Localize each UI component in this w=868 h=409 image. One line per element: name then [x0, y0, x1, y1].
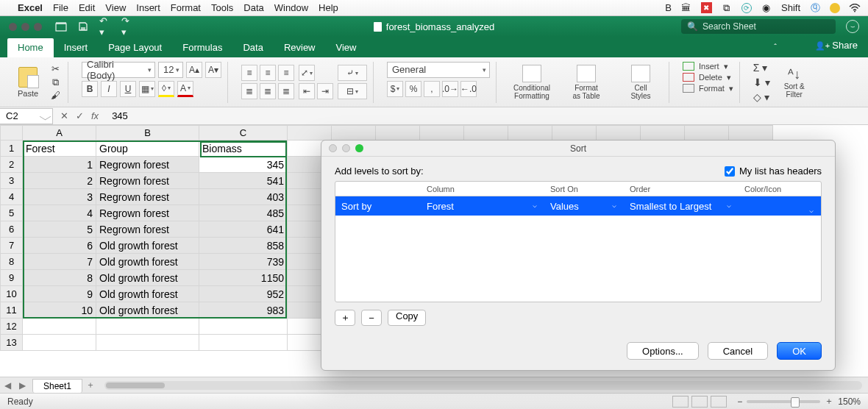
font-color-button[interactable]: A	[177, 81, 193, 97]
menu-format[interactable]: Format	[171, 2, 201, 13]
cell[interactable]	[96, 319, 199, 335]
cell[interactable]: 952	[199, 286, 288, 302]
tab-insert[interactable]: Insert	[54, 38, 99, 57]
tab-nav-next[interactable]: ▶	[15, 380, 29, 391]
paste-button[interactable]: Paste	[12, 67, 44, 98]
underline-button[interactable]: U	[120, 81, 136, 97]
percent-icon[interactable]: %	[405, 81, 421, 97]
menu-help[interactable]: Help	[319, 2, 338, 13]
tab-page-layout[interactable]: Page Layout	[98, 38, 172, 57]
headers-checkbox-label[interactable]: My list has headers	[725, 166, 822, 177]
add-level-button[interactable]: ＋	[335, 310, 355, 326]
cancel-formula-icon[interactable]: ✕	[60, 110, 68, 121]
cell[interactable]: 345	[199, 157, 288, 173]
cell[interactable]	[199, 319, 288, 335]
row-header[interactable]: 12	[1, 319, 23, 335]
cell[interactable]: Regrown forest	[96, 221, 199, 238]
menu-data[interactable]: Data	[243, 2, 263, 13]
dialog-zoom-icon[interactable]	[355, 144, 363, 152]
delete-cells-button[interactable]: Delete ▾	[683, 73, 731, 82]
orientation-icon[interactable]: ⤢	[299, 65, 315, 81]
currency-icon[interactable]: $	[387, 81, 403, 97]
ribbon-collapse-icon[interactable]: ˆ	[768, 43, 783, 51]
cell[interactable]: Old growth forest	[96, 254, 199, 270]
sync-icon[interactable]: ⟳	[741, 3, 752, 13]
ok-button[interactable]: OK	[777, 342, 822, 360]
tab-home[interactable]: Home	[7, 38, 54, 57]
cell[interactable]: 5	[23, 221, 96, 238]
cell[interactable]: 9	[23, 286, 96, 302]
indent-inc-icon[interactable]: ⇥	[317, 83, 333, 99]
cell[interactable]: 1150	[199, 270, 288, 286]
cell[interactable]: Old growth forest	[96, 238, 199, 254]
conditional-formatting-button[interactable]: Conditional Formatting	[510, 65, 554, 100]
bank-icon[interactable]: 🏛	[680, 2, 692, 14]
row-header[interactable]: 1	[1, 141, 23, 157]
inc-decimal-icon[interactable]: .0→	[442, 81, 458, 97]
app-icon-red[interactable]: ✖	[701, 2, 712, 13]
menubar-letter[interactable]: B	[665, 2, 672, 13]
insert-cells-button[interactable]: Insert ▾	[683, 62, 728, 71]
menu-file[interactable]: File	[53, 2, 68, 13]
cell[interactable]: 858	[199, 238, 288, 254]
row-header[interactable]: 3	[1, 173, 23, 189]
view-layout-icon[interactable]	[691, 396, 708, 408]
cell[interactable]: 8	[23, 270, 96, 286]
cell[interactable]: 10	[23, 302, 96, 319]
copy-icon[interactable]: ⧉	[49, 77, 62, 88]
cell[interactable]: 1	[23, 157, 96, 173]
menu-edit[interactable]: Edit	[79, 2, 95, 13]
align-bot-icon[interactable]: ≡	[278, 65, 294, 81]
feedback-icon[interactable]: ⌣	[846, 20, 859, 33]
traffic-lights[interactable]	[9, 23, 42, 31]
remove-level-button[interactable]: −	[361, 310, 382, 326]
col-header-c[interactable]: C	[199, 126, 288, 141]
sort-column-select[interactable]: Forest	[421, 201, 544, 212]
cell[interactable]	[199, 335, 288, 351]
row-header[interactable]: 10	[1, 286, 23, 302]
cell[interactable]: Old growth forest	[96, 302, 199, 319]
dialog-titlebar[interactable]: Sort	[321, 141, 835, 157]
tab-nav-prev[interactable]: ◀	[0, 380, 15, 391]
comma-icon[interactable]: ,	[424, 81, 440, 97]
align-right-icon[interactable]: ≣	[278, 83, 294, 99]
horizontal-scrollbar[interactable]	[104, 381, 862, 390]
row-header[interactable]: 7	[1, 238, 23, 254]
cell[interactable]: 6	[23, 238, 96, 254]
font-name-select[interactable]: Calibri (Body)	[82, 62, 155, 78]
copy-level-button[interactable]: Copy	[388, 310, 426, 326]
shift-app[interactable]: Shift	[781, 2, 800, 13]
italic-button[interactable]: I	[101, 81, 117, 97]
menu-view[interactable]: View	[105, 2, 126, 13]
shrink-font-icon[interactable]: A▾	[205, 62, 221, 78]
cell[interactable]	[23, 319, 96, 335]
cell[interactable]: Old growth forest	[96, 270, 199, 286]
row-header[interactable]: 11	[1, 302, 23, 319]
fill-icon[interactable]: ⬇ ▾	[753, 77, 770, 88]
cell[interactable]: 641	[199, 221, 288, 238]
menu-insert[interactable]: Insert	[136, 2, 160, 13]
helper-icon[interactable]: ⓠ	[809, 2, 821, 14]
dropbox-icon[interactable]: ⧉	[721, 2, 733, 14]
format-as-table-button[interactable]: Format as Table	[564, 65, 608, 100]
sort-filter-button[interactable]: ᴬ↓ Sort & Filter	[778, 66, 811, 99]
cc-icon[interactable]: ◉	[761, 2, 772, 14]
align-center-icon[interactable]: ≣	[260, 83, 276, 99]
tab-view[interactable]: View	[326, 38, 367, 57]
align-left-icon[interactable]: ≣	[241, 83, 257, 99]
view-normal-icon[interactable]	[672, 396, 689, 408]
name-box[interactable]: C2	[0, 108, 53, 124]
row-header[interactable]: 13	[1, 335, 23, 351]
cell[interactable]: 485	[199, 205, 288, 221]
dec-decimal-icon[interactable]: ←.0	[460, 81, 477, 97]
dialog-min-icon[interactable]	[342, 144, 350, 152]
bold-button[interactable]: B	[82, 81, 98, 97]
cell-styles-button[interactable]: Cell Styles	[619, 65, 663, 100]
wifi-icon[interactable]	[849, 2, 861, 14]
search-sheet-input[interactable]: 🔍 Search Sheet	[681, 19, 836, 34]
tab-review[interactable]: Review	[274, 38, 326, 57]
cell[interactable]: Regrown forest	[96, 173, 199, 189]
add-sheet-button[interactable]: ＋	[82, 379, 99, 391]
dialog-close-icon[interactable]	[329, 144, 337, 152]
row-header[interactable]: 9	[1, 270, 23, 286]
